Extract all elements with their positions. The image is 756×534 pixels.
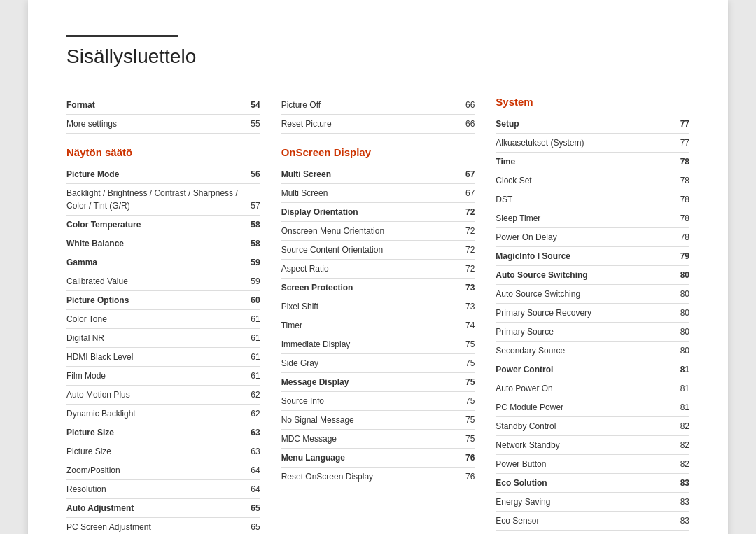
toc-num: 75	[457, 338, 475, 351]
col2-top-entries: Picture Off66Reset Picture66	[281, 96, 475, 134]
page-title: Sisällysluettelo	[66, 45, 690, 68]
toc-label: Reset OnScreen Display	[281, 470, 458, 483]
toc-label: Auto Power On	[496, 382, 672, 395]
toc-num: 82	[672, 439, 690, 451]
col2-entries: Multi Screen67Multi Screen67Display Orie…	[281, 165, 475, 486]
toc-label: Display Orientation	[281, 206, 458, 218]
toc-entry: Pixel Shift73	[281, 297, 475, 316]
toc-label: Primary Source Recovery	[496, 307, 672, 319]
toc-label: Film Mode	[66, 370, 243, 382]
toc-num: 66	[457, 118, 475, 130]
columns: Format54More settings55 Näytön säätö Pic…	[66, 96, 690, 534]
toc-num: 61	[243, 313, 260, 325]
toc-label: Timer	[281, 319, 458, 332]
toc-entry: Sleep Timer78	[496, 209, 690, 228]
toc-num: 64	[243, 464, 260, 477]
toc-num: 76	[457, 451, 475, 464]
toc-entry: More settings55	[66, 115, 260, 134]
toc-entry: Immediate Display75	[281, 335, 475, 354]
toc-entry: Message Display75	[281, 373, 475, 392]
toc-entry: Menu Language76	[281, 449, 475, 468]
toc-entry: Calibrated Value59	[66, 272, 260, 291]
toc-label: Picture Off	[281, 99, 458, 111]
toc-entry-header: Time78	[496, 153, 690, 171]
col2-section-heading: OnScreen Display	[281, 146, 475, 158]
toc-entry: Aspect Ratio72	[281, 260, 475, 279]
toc-label: Network Standby	[496, 439, 672, 451]
toc-num: 65	[243, 521, 260, 533]
toc-num: 75	[457, 395, 475, 407]
toc-num: 58	[243, 218, 260, 231]
toc-label: Power Button	[496, 458, 672, 470]
toc-num: 78	[672, 212, 690, 225]
toc-num: 73	[457, 281, 475, 294]
toc-entry: Multi Screen67	[281, 165, 475, 184]
toc-num: 78	[672, 193, 690, 206]
toc-entry: Screen Protection73	[281, 279, 475, 297]
toc-label: Time	[496, 155, 672, 168]
toc-entry: Auto Motion Plus62	[66, 386, 260, 405]
toc-label: Sleep Timer	[496, 212, 672, 225]
toc-entry: Network Standby82	[496, 436, 690, 455]
toc-entry: Primary Source80	[496, 323, 690, 342]
toc-num: 65	[243, 502, 260, 514]
toc-label: Picture Size	[66, 445, 243, 458]
toc-num: 66	[457, 99, 475, 111]
toc-num: 59	[243, 275, 260, 288]
col1: Format54More settings55 Näytön säätö Pic…	[66, 96, 281, 534]
toc-num: 77	[672, 118, 690, 130]
toc-num: 61	[243, 370, 260, 382]
toc-entry: Auto Source Switching80	[496, 285, 690, 304]
toc-label: Source Content Orientation	[281, 244, 458, 256]
toc-label: Picture Mode	[66, 168, 243, 181]
toc-num: 61	[243, 351, 260, 363]
toc-entry: Digital NR61	[66, 329, 260, 348]
toc-label: Resolution	[66, 483, 243, 496]
toc-num: 62	[243, 388, 260, 401]
toc-label: Dynamic Backlight	[66, 407, 243, 420]
toc-label: Auto Adjustment	[66, 502, 243, 514]
toc-num: 83	[672, 477, 690, 489]
toc-entry: Backlight / Brightness / Contrast / Shar…	[66, 184, 260, 216]
toc-label: Color Tone	[66, 313, 243, 325]
toc-num: 54	[243, 99, 260, 111]
toc-label: Picture Options	[66, 294, 243, 307]
toc-label: Secondary Source	[496, 344, 672, 357]
toc-label: Primary Source	[496, 325, 672, 338]
toc-num: 67	[457, 168, 475, 181]
toc-num: 75	[457, 414, 475, 426]
toc-entry: White Balance58	[66, 234, 260, 253]
toc-label: Screen Protection	[281, 281, 458, 294]
toc-entry: Film Mode61	[66, 367, 260, 386]
toc-num: 56	[243, 168, 260, 181]
toc-num: 75	[457, 433, 475, 445]
title-bar	[66, 35, 178, 37]
toc-num: 80	[672, 307, 690, 319]
toc-entry: Resolution64	[66, 480, 260, 499]
toc-entry: Auto Power On81	[496, 379, 690, 398]
toc-num: 80	[672, 344, 690, 357]
toc-num: 78	[672, 231, 690, 244]
col1-entries: Picture Mode56Backlight / Brightness / C…	[66, 165, 260, 534]
toc-entry: Format54	[66, 96, 260, 115]
col3-section-heading: System	[496, 96, 690, 108]
toc-num: 82	[672, 420, 690, 433]
toc-entry: Timer74	[281, 316, 475, 335]
toc-entry: Source Content Orientation72	[281, 241, 475, 260]
toc-entry: Energy Saving83	[496, 493, 690, 512]
toc-label: Alkuasetukset (System)	[496, 136, 672, 149]
toc-label: Eco Sensor	[496, 514, 672, 527]
toc-label: Calibrated Value	[66, 275, 243, 288]
toc-num: 72	[457, 244, 475, 256]
toc-num: 74	[457, 319, 475, 332]
toc-num: 77	[672, 136, 690, 149]
toc-num: 73	[457, 300, 475, 313]
toc-num: 72	[457, 206, 475, 218]
toc-entry: Picture Mode56	[66, 165, 260, 184]
toc-entry: Picture Off66	[281, 96, 475, 115]
toc-num: 80	[672, 269, 690, 281]
toc-num: 79	[672, 250, 690, 262]
toc-label: Immediate Display	[281, 338, 458, 351]
toc-num: 67	[457, 187, 475, 199]
toc-label: PC Module Power	[496, 401, 672, 414]
